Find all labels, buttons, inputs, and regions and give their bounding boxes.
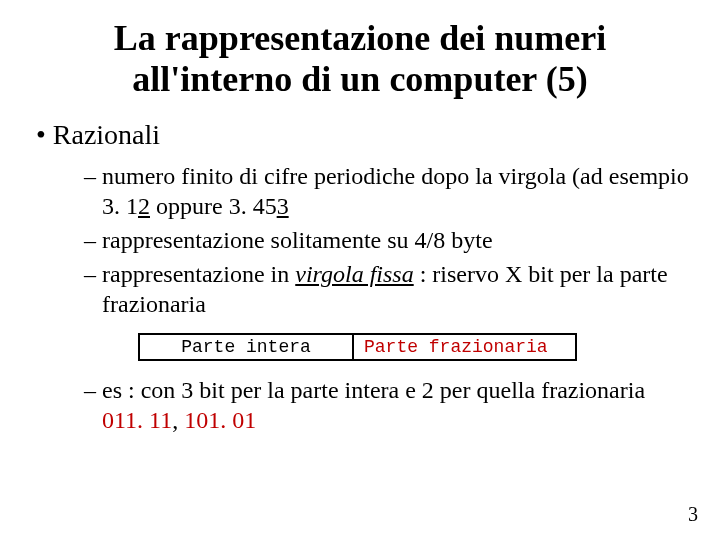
text: ,: [172, 407, 184, 433]
text: es : con 3 bit per la parte intera e 2 p…: [102, 377, 645, 403]
text: rappresentazione in: [102, 261, 295, 287]
example-value-2: 101. 01: [184, 407, 256, 433]
sub-item-bytes: rappresentazione solitamente su 4/8 byte: [84, 225, 690, 255]
example-value-1: 011. 11: [102, 407, 172, 433]
sub-item-periodic: numero finito di cifre periodiche dopo l…: [84, 161, 690, 221]
periodic-digit-2: 3: [277, 193, 289, 219]
term-virgola-fissa: virgola fissa: [295, 261, 413, 287]
sub-list-2: es : con 3 bit per la parte intera e 2 p…: [84, 375, 690, 435]
periodic-digit-1: 2: [138, 193, 150, 219]
box-integer-part: Parte intera: [138, 333, 354, 361]
slide-title: La rappresentazione dei numeri all'inter…: [60, 18, 660, 101]
bullet-razionali: Razionali: [36, 119, 690, 151]
page-number: 3: [688, 503, 698, 526]
box-fractional-part: Parte frazionaria: [352, 333, 577, 361]
sub-list: numero finito di cifre periodiche dopo l…: [84, 161, 690, 319]
sub-item-example: es : con 3 bit per la parte intera e 2 p…: [84, 375, 690, 435]
text: oppure 3. 45: [150, 193, 277, 219]
fixed-point-diagram: Parte intera Parte frazionaria: [138, 333, 690, 361]
sub-item-fixed-point: rappresentazione in virgola fissa : rise…: [84, 259, 690, 319]
slide: La rappresentazione dei numeri all'inter…: [0, 0, 720, 540]
